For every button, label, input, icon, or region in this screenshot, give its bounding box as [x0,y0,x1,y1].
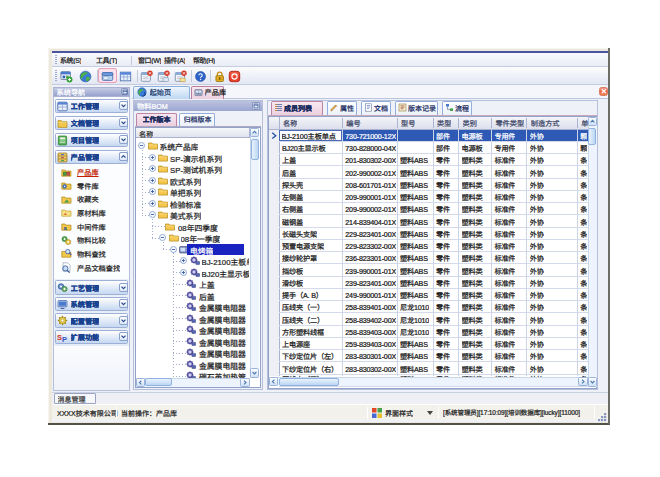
svg-text:P: P [62,335,67,343]
